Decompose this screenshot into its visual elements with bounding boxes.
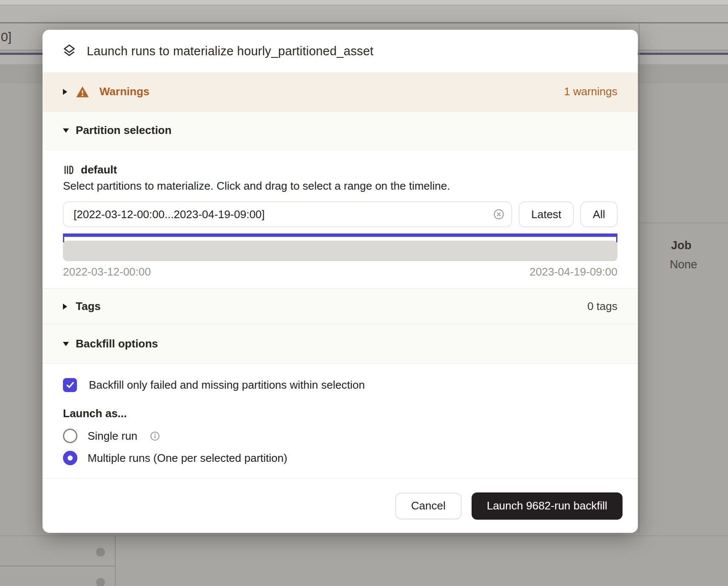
chevron-right-icon bbox=[63, 89, 67, 95]
multiple-runs-radio[interactable] bbox=[63, 451, 77, 465]
bg-column-divider bbox=[639, 23, 640, 533]
partition-timeline[interactable] bbox=[63, 241, 617, 261]
clear-selection-button[interactable] bbox=[492, 208, 505, 221]
warnings-label: Warnings bbox=[100, 85, 149, 98]
bg-status-dot bbox=[96, 548, 105, 557]
single-run-radio[interactable] bbox=[63, 429, 77, 443]
warnings-count: 1 warnings bbox=[564, 85, 617, 98]
launch-as-label: Launch as... bbox=[63, 407, 617, 421]
backfill-options-toggle[interactable]: Backfill options bbox=[43, 324, 638, 364]
single-run-label: Single run bbox=[88, 430, 137, 443]
dialog-header: Launch runs to materialize hourly_partit… bbox=[43, 30, 638, 72]
partition-range-input[interactable] bbox=[63, 202, 512, 227]
bg-job-column-header: Job bbox=[671, 239, 691, 252]
tags-label: Tags bbox=[76, 300, 101, 313]
bg-row-divider bbox=[0, 535, 728, 536]
dialog-title: Launch runs to materialize hourly_partit… bbox=[87, 44, 373, 58]
tags-section-toggle[interactable]: Tags 0 tags bbox=[43, 288, 638, 324]
launch-backfill-button[interactable]: Launch 9682-run backfill bbox=[472, 492, 623, 520]
bg-row-divider bbox=[638, 222, 728, 223]
bg-row-divider bbox=[0, 566, 116, 566]
latest-button[interactable]: Latest bbox=[519, 202, 574, 227]
chevron-right-icon bbox=[63, 304, 67, 310]
multiple-runs-label: Multiple runs (One per selected partitio… bbox=[88, 452, 287, 465]
bg-job-column-value: None bbox=[670, 258, 697, 271]
tags-count: 0 tags bbox=[587, 300, 617, 313]
all-button[interactable]: All bbox=[580, 202, 617, 227]
timeline-start-label: 2022-03-12-00:00 bbox=[63, 265, 151, 279]
partition-set-icon bbox=[63, 164, 74, 176]
bg-status-dot bbox=[96, 578, 105, 586]
timeline-end-label: 2023-04-19-09:00 bbox=[529, 265, 617, 279]
partition-dimension-name: default bbox=[81, 163, 117, 176]
bg-toolbar-band bbox=[0, 6, 728, 22]
partition-instructions: Select partitions to materialize. Click … bbox=[63, 179, 617, 194]
chevron-down-icon bbox=[63, 128, 69, 133]
bg-column-divider bbox=[115, 535, 116, 586]
backfill-options-label: Backfill options bbox=[76, 337, 158, 350]
asset-layers-icon bbox=[61, 43, 77, 59]
partition-selection-toggle[interactable]: Partition selection bbox=[43, 111, 638, 150]
backfill-checkbox-label: Backfill only failed and missing partiti… bbox=[89, 378, 365, 392]
warnings-section-toggle[interactable]: Warnings 1 warnings bbox=[43, 72, 638, 111]
warning-triangle-icon bbox=[76, 85, 89, 99]
info-icon[interactable] bbox=[149, 430, 161, 442]
cancel-button[interactable]: Cancel bbox=[395, 493, 461, 519]
backfill-failed-missing-checkbox[interactable] bbox=[63, 378, 77, 392]
backfill-options-body: Backfill only failed and missing partiti… bbox=[43, 364, 638, 478]
partition-selection-bar bbox=[63, 233, 617, 237]
partition-selection-label: Partition selection bbox=[76, 124, 171, 137]
partition-selection-body: default Select partitions to materialize… bbox=[43, 150, 638, 288]
dialog-footer: Cancel Launch 9682-run backfill bbox=[43, 478, 638, 533]
bg-top-band bbox=[0, 0, 728, 5]
chevron-down-icon bbox=[63, 342, 69, 346]
bg-clipped-text: 0] bbox=[1, 30, 11, 44]
launch-backfill-dialog: Launch runs to materialize hourly_partit… bbox=[43, 30, 638, 533]
